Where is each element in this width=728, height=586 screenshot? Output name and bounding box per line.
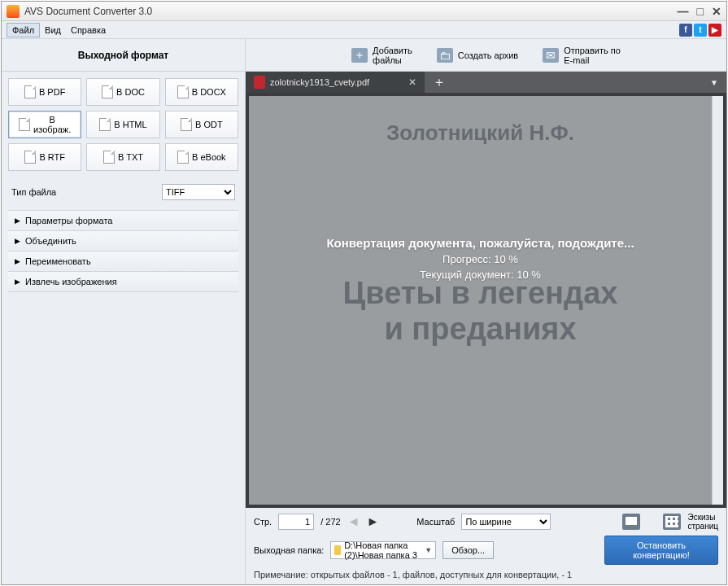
status-note: Примечание: открытых файлов - 1, файлов,… [254, 570, 718, 579]
format-docx[interactable]: В DOCX [165, 78, 238, 106]
preview-container: Золотницкий Н.Ф. Цветы в легендах и пред… [246, 93, 726, 508]
file-icon [102, 85, 113, 98]
page-number-input[interactable] [278, 514, 314, 530]
chevron-down-icon: ▼ [425, 546, 432, 554]
file-icon [103, 151, 115, 164]
chevron-right-icon: ▶ [15, 216, 20, 225]
send-email-label: Отправить по E-mail [564, 46, 621, 65]
accordion-merge[interactable]: ▶Объединить [8, 231, 238, 251]
overlay-progress: Прогресс: 10 % [249, 253, 712, 265]
minimize-button[interactable]: — [678, 5, 689, 18]
file-type-select[interactable]: TIFF [162, 184, 235, 200]
document-tab[interactable]: zolotnicky1913_cvety.pdf ✕ [246, 72, 425, 93]
zoom-label: Масштаб [416, 517, 455, 527]
overlay-message: Конвертация документа, пожалуйста, подож… [249, 236, 712, 250]
accordion-rename[interactable]: ▶Переименовать [8, 251, 238, 272]
vertical-scrollbar[interactable] [712, 96, 723, 505]
output-folder-path: D:\Новая папка (2)\Новая папка 3 [344, 540, 421, 560]
file-icon [177, 151, 189, 164]
doc-title: Цветы в легендах и преданиях [343, 276, 618, 347]
pdf-icon [254, 76, 265, 89]
prev-page-button[interactable]: ◄ [347, 514, 360, 529]
next-page-button[interactable]: ► [366, 514, 379, 529]
format-txt[interactable]: В TXT [86, 143, 159, 171]
chevron-right-icon: ▶ [15, 237, 20, 245]
stop-conversion-button[interactable]: Остановить конвертацию! [604, 536, 718, 565]
file-icon [24, 151, 36, 164]
output-folder-label: Выходная папка: [254, 545, 324, 555]
footer: Стр. / 272 ◄ ► Масштаб По ширине Эскизы … [246, 508, 726, 584]
youtube-icon[interactable]: ▶ [708, 24, 721, 37]
create-archive-button[interactable]: 🗀 Создать архив [437, 48, 518, 63]
mail-icon: ✉ [543, 48, 559, 63]
folder-icon [334, 545, 341, 555]
zoom-select[interactable]: По ширине [461, 514, 551, 530]
file-icon [181, 118, 192, 131]
send-email-button[interactable]: ✉ Отправить по E-mail [543, 46, 621, 65]
format-pdf[interactable]: В PDF [8, 78, 81, 106]
file-icon [99, 118, 111, 131]
format-ebook[interactable]: В eBook [165, 143, 238, 171]
output-folder-combo[interactable]: D:\Новая папка (2)\Новая папка 3 ▼ [330, 541, 436, 559]
sidebar-header: Выходной формат [2, 39, 246, 71]
accordion-extract-images[interactable]: ▶Извлечь изображения [8, 272, 238, 292]
conversion-overlay: Конвертация документа, пожалуйста, подож… [249, 236, 712, 281]
menu-file[interactable]: Файл [7, 23, 40, 37]
format-rtf[interactable]: В RTF [8, 143, 81, 171]
sidebar: В PDF В DOC В DOCX В изображ. В HTML В O… [2, 72, 246, 584]
app-icon [7, 5, 20, 18]
twitter-icon[interactable]: t [694, 24, 707, 37]
document-preview[interactable]: Золотницкий Н.Ф. Цветы в легендах и пред… [249, 96, 712, 505]
browse-button[interactable]: Обзор... [442, 541, 494, 559]
create-archive-label: Создать архив [458, 50, 518, 60]
tabbar: zolotnicky1913_cvety.pdf ✕ ＋ ▼ [246, 72, 726, 93]
page-label: Стр. [254, 517, 272, 527]
tab-close-icon[interactable]: ✕ [408, 77, 416, 88]
format-doc[interactable]: В DOC [86, 78, 159, 106]
file-icon [19, 118, 30, 131]
body: В PDF В DOC В DOCX В изображ. В HTML В O… [2, 72, 726, 584]
chevron-right-icon: ▶ [15, 257, 20, 265]
tab-menu-button[interactable]: ▼ [702, 78, 726, 87]
overlay-current: Текущий документ: 10 % [249, 269, 712, 281]
archive-icon: 🗀 [437, 48, 453, 63]
add-files-label: Добавить файлы [373, 46, 412, 65]
file-type-label: Тип файла [11, 187, 56, 197]
thumbnails-button[interactable] [663, 514, 681, 530]
add-files-button[interactable]: ＋ Добавить файлы [351, 46, 412, 65]
format-odt[interactable]: В ODT [165, 111, 238, 138]
file-icon [24, 85, 36, 98]
menu-help[interactable]: Справка [66, 24, 111, 37]
app-window: AVS Document Converter 3.0 — □ ✕ Файл Ви… [1, 1, 727, 585]
menubar: Файл Вид Справка f t ▶ [2, 21, 726, 39]
thumbnails-label: Эскизы страниц [687, 513, 718, 531]
toolbar-row: Выходной формат ＋ Добавить файлы 🗀 Созда… [2, 39, 726, 72]
facebook-icon[interactable]: f [679, 24, 692, 37]
document-content: Золотницкий Н.Ф. Цветы в легендах и пред… [249, 96, 712, 505]
accordion-format-params[interactable]: ▶Параметры формата [8, 211, 238, 231]
menu-view[interactable]: Вид [40, 24, 66, 37]
close-button[interactable]: ✕ [712, 5, 721, 18]
format-image[interactable]: В изображ. [8, 111, 81, 138]
file-icon [177, 85, 189, 98]
titlebar: AVS Document Converter 3.0 — □ ✕ [2, 2, 726, 21]
window-title: AVS Document Converter 3.0 [24, 6, 152, 17]
main-area: zolotnicky1913_cvety.pdf ✕ ＋ ▼ Золотницк… [246, 72, 726, 584]
maximize-button[interactable]: □ [697, 5, 704, 18]
chevron-right-icon: ▶ [15, 278, 20, 286]
format-html[interactable]: В HTML [86, 111, 159, 138]
tab-filename: zolotnicky1913_cvety.pdf [270, 77, 369, 87]
add-tab-button[interactable]: ＋ [425, 74, 454, 91]
print-button[interactable] [622, 514, 640, 530]
page-total: / 272 [320, 517, 340, 527]
plus-icon: ＋ [351, 48, 368, 63]
doc-author: Золотницкий Н.Ф. [386, 120, 574, 146]
